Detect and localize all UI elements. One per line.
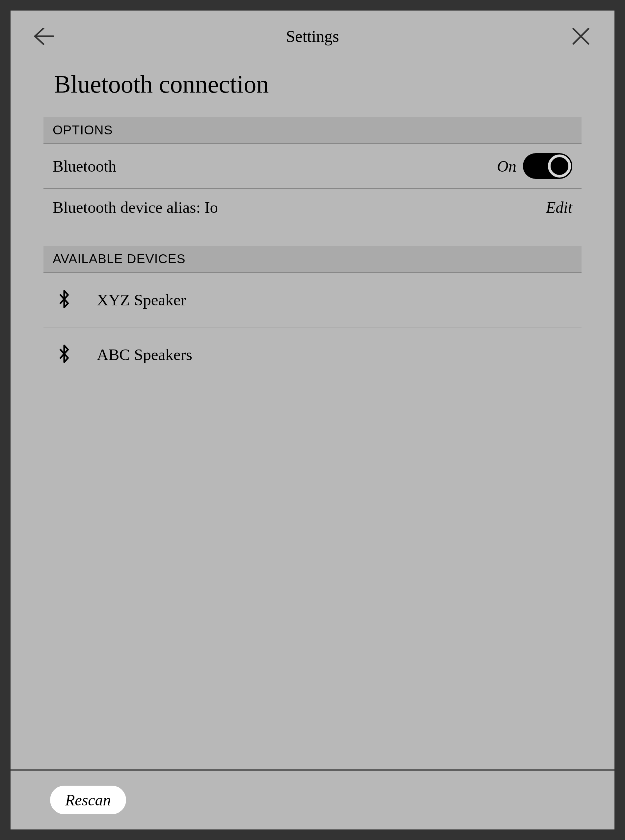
close-button[interactable] — [571, 26, 591, 46]
header-title: Settings — [54, 27, 571, 46]
devices-header: AVAILABLE DEVICES — [44, 246, 581, 273]
bluetooth-toggle-row: Bluetooth On — [44, 144, 581, 189]
device-name: XYZ Speaker — [97, 291, 186, 309]
bluetooth-toggle[interactable] — [523, 153, 572, 179]
rescan-button[interactable]: Rescan — [50, 786, 126, 814]
bluetooth-toggle-wrap: On — [497, 153, 572, 179]
alias-row: Bluetooth device alias: Io Edit — [44, 189, 581, 226]
back-button[interactable] — [34, 26, 54, 46]
back-arrow-icon — [34, 28, 54, 45]
footer-bar: Rescan — [11, 770, 614, 829]
header-bar: Settings — [11, 11, 614, 59]
page-title: Bluetooth connection — [11, 59, 614, 117]
device-row[interactable]: XYZ Speaker — [44, 273, 581, 327]
close-icon — [572, 27, 590, 45]
bluetooth-icon — [58, 345, 70, 364]
bluetooth-icon — [58, 290, 70, 310]
options-section: OPTIONS Bluetooth On Bluetooth device al… — [11, 117, 614, 226]
edit-alias-button[interactable]: Edit — [546, 198, 572, 216]
bluetooth-label: Bluetooth — [53, 157, 116, 176]
alias-label: Bluetooth device alias: Io — [53, 198, 218, 217]
settings-screen: Settings Bluetooth connection OPTIONS Bl… — [11, 11, 614, 829]
device-row[interactable]: ABC Speakers — [44, 327, 581, 381]
devices-section: AVAILABLE DEVICES XYZ Speaker ABC Speake… — [11, 246, 614, 381]
options-header: OPTIONS — [44, 117, 581, 144]
device-name: ABC Speakers — [97, 345, 192, 364]
bluetooth-state-text: On — [497, 157, 516, 175]
toggle-knob — [548, 154, 571, 177]
